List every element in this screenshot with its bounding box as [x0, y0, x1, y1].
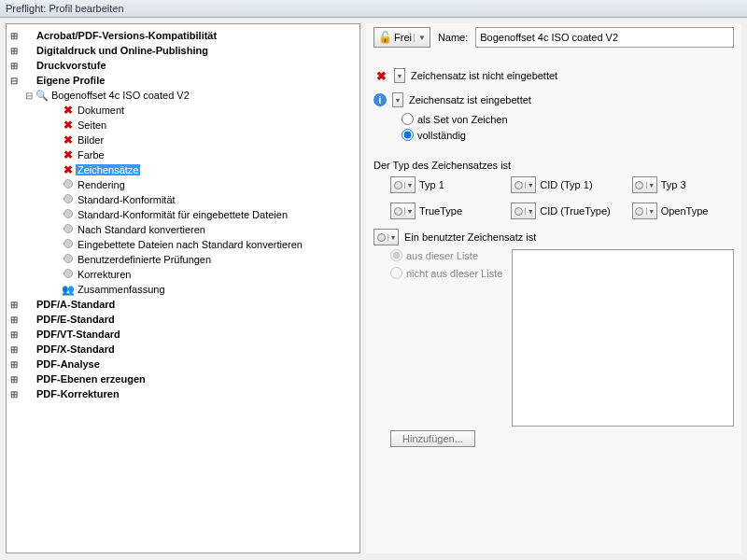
expand-icon[interactable]: ⊞	[8, 374, 20, 385]
tree-item-label: Seiten	[76, 119, 108, 131]
tree-item[interactable]: ✖Dokument	[7, 103, 359, 118]
radio-not-from-list-label: nicht aus dieser Liste	[406, 268, 502, 279]
lock-label: Frei	[394, 32, 412, 43]
tree-item[interactable]: Korrekturen	[7, 267, 359, 282]
font-type-label: OpenType	[661, 205, 709, 217]
tree-item[interactable]: ⊞PDF/A-Standard	[7, 297, 359, 312]
name-field-label: Name:	[438, 32, 468, 43]
idle-icon	[63, 209, 73, 218]
check-not-embedded-label: Zeichensatz ist nicht eingebettet	[411, 70, 557, 81]
lock-dropdown[interactable]: 🔓 Frei ▼	[374, 27, 430, 48]
tree-item-label: Zusammenfassung	[76, 284, 167, 295]
font-list[interactable]	[512, 249, 734, 427]
idle-icon	[63, 224, 73, 233]
font-type-header: Der Typ des Zeichensatzes ist	[374, 160, 734, 171]
error-icon: ✖	[63, 133, 73, 147]
expand-icon[interactable]: ⊞	[8, 315, 20, 325]
tree-item-label: Nach Standard konvertieren	[76, 224, 207, 235]
radio-full[interactable]	[402, 129, 414, 141]
tree-item-label: Acrobat/PDF-Versions-Kompatibilität	[35, 30, 218, 41]
error-icon: ✖	[63, 163, 73, 176]
idle-icon	[63, 254, 73, 263]
tree-item[interactable]: 👥Zusammenfassung	[7, 282, 359, 297]
font-type-label: CID (Typ 1)	[540, 179, 592, 190]
severity-dropdown[interactable]: ▼	[392, 92, 403, 107]
used-font-toggle[interactable]: ▼	[374, 229, 399, 245]
tree-item[interactable]: ⊞PDF/VT-Standard	[7, 327, 359, 342]
tree-item[interactable]: ⊞PDF-Analyse	[7, 357, 359, 371]
tree-item[interactable]: ✖Seiten	[7, 118, 359, 133]
radio-subset[interactable]	[402, 113, 414, 125]
tree-item-label: Korrekturen	[76, 269, 133, 280]
tree-item-label: Digitaldruck und Online-Publishing	[35, 45, 210, 56]
expand-icon[interactable]: ⊞	[8, 31, 20, 41]
radio-not-from-list	[390, 267, 402, 279]
unlock-icon: 🔓	[378, 31, 392, 44]
tree-item-label: Benutzerdefinierte Prüfungen	[76, 254, 213, 265]
tree-item[interactable]: Eingebettete Dateien nach Standard konve…	[7, 237, 359, 252]
tree-item-label: Bilder	[76, 134, 106, 146]
error-icon: ✖	[63, 148, 73, 161]
tree-item[interactable]: ⊞Digitaldruck und Online-Publishing	[7, 43, 359, 58]
font-type-label: CID (TrueType)	[540, 205, 610, 217]
magnifier-icon: 🔍	[35, 90, 49, 101]
font-type-toggle[interactable]: ▼	[632, 176, 657, 193]
font-type-toggle[interactable]: ▼	[390, 176, 416, 193]
tree-item[interactable]: ✖Zeichensätze	[7, 162, 359, 177]
expand-icon[interactable]: ⊞	[8, 329, 20, 340]
font-type-toggle[interactable]: ▼	[632, 203, 657, 219]
font-type-toggle[interactable]: ▼	[511, 176, 536, 193]
tree-item-label: Rendering	[76, 179, 127, 190]
expand-icon[interactable]: ⊞	[8, 344, 20, 355]
idle-icon	[63, 179, 73, 189]
radio-from-list-label: aus dieser Liste	[406, 250, 478, 261]
expand-icon[interactable]: ⊟	[23, 91, 35, 101]
font-type-label: Typ 3	[661, 179, 686, 190]
idle-icon	[63, 239, 73, 248]
font-type-label: Typ 1	[419, 179, 444, 190]
tree-item[interactable]: ⊟🔍Bogenoffset 4c ISO coated V2	[7, 88, 359, 103]
tree-item[interactable]: ⊞Acrobat/PDF-Versions-Kompatibilität	[7, 28, 359, 43]
tree-item-label: Druckvorstufe	[35, 60, 108, 71]
font-type-toggle[interactable]: ▼	[390, 203, 416, 219]
chevron-down-icon: ▼	[414, 34, 426, 42]
tree-item[interactable]: ✖Bilder	[7, 133, 359, 147]
tree-item[interactable]: Standard-Konformität	[7, 192, 359, 207]
expand-icon[interactable]: ⊞	[8, 300, 20, 310]
error-icon: ✖	[63, 104, 73, 117]
tree-item[interactable]: ✖Farbe	[7, 147, 359, 162]
tree-item[interactable]: Standard-Konformität für eingebettete Da…	[7, 207, 359, 222]
severity-dropdown[interactable]: ▼	[394, 68, 405, 83]
expand-icon[interactable]: ⊞	[8, 61, 20, 71]
tree-item[interactable]: Rendering	[7, 177, 359, 192]
expand-icon[interactable]: ⊞	[8, 46, 20, 56]
add-button[interactable]: Hinzufügen...	[390, 430, 475, 447]
profile-tree[interactable]: ⊞Acrobat/PDF-Versions-Kompatibilität⊞Dig…	[6, 23, 360, 553]
summary-icon: 👥	[62, 284, 75, 295]
tree-item[interactable]: ⊞Druckvorstufe	[7, 58, 359, 73]
tree-item-label: Dokument	[76, 105, 126, 116]
error-icon: ✖	[374, 68, 388, 83]
settings-panel: 🔓 Frei ▼ Name: ✖ ▼ Zeichensatz ist nicht…	[366, 23, 741, 553]
tree-item-label: Standard-Konformität für eingebettete Da…	[76, 209, 289, 220]
tree-item-label: Standard-Konformität	[76, 194, 177, 205]
profile-name-input[interactable]	[475, 27, 734, 48]
expand-icon[interactable]: ⊞	[8, 359, 20, 370]
tree-item[interactable]: ⊞PDF-Korrekturen	[7, 386, 359, 401]
expand-icon[interactable]: ⊞	[8, 389, 20, 399]
error-icon: ✖	[63, 119, 73, 132]
tree-item[interactable]: ⊞PDF-Ebenen erzeugen	[7, 371, 359, 386]
idle-icon	[63, 269, 73, 278]
tree-item-label: PDF-Korrekturen	[35, 388, 121, 399]
font-type-label: TrueType	[419, 205, 462, 217]
tree-item[interactable]: Benutzerdefinierte Prüfungen	[7, 252, 359, 267]
expand-icon[interactable]: ⊟	[8, 76, 20, 86]
tree-item-label: Farbe	[76, 149, 106, 161]
font-type-toggle[interactable]: ▼	[511, 203, 536, 219]
radio-subset-label: als Set von Zeichen	[417, 114, 508, 125]
used-font-header: Ein benutzter Zeichensatz ist	[404, 231, 536, 243]
tree-item[interactable]: Nach Standard konvertieren	[7, 222, 359, 237]
tree-item[interactable]: ⊟Eigene Profile	[7, 73, 359, 88]
tree-item[interactable]: ⊞PDF/X-Standard	[7, 342, 359, 357]
tree-item[interactable]: ⊞PDF/E-Standard	[7, 312, 359, 327]
